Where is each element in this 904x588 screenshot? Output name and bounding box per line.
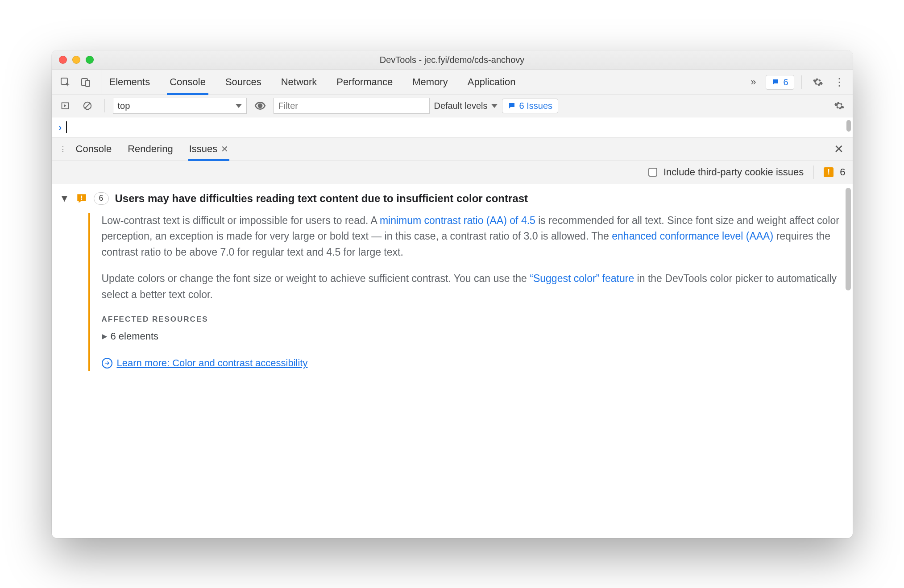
titlebar: DevTools - jec.fyi/demo/cds-anchovy: [52, 50, 853, 70]
link-min-contrast[interactable]: minimum contrast ratio (AA) of 4.5: [380, 215, 535, 226]
prompt-caret-icon: ›: [59, 122, 62, 133]
third-party-checkbox[interactable]: [648, 168, 657, 177]
disclosure-triangle-icon[interactable]: ▼: [60, 193, 70, 204]
scrollbar[interactable]: [846, 188, 851, 290]
drawer-tab-issues-label: Issues: [189, 143, 218, 155]
context-select[interactable]: top: [113, 98, 247, 114]
drawer-tab-console[interactable]: Console: [76, 138, 112, 161]
disclosure-triangle-icon: ▶: [102, 331, 107, 342]
kebab-menu-icon[interactable]: ⋮: [830, 73, 848, 91]
tab-elements[interactable]: Elements: [108, 70, 152, 95]
maximize-window-button[interactable]: [86, 56, 94, 64]
text-cursor: [66, 121, 67, 133]
issue-title: Users may have difficulties reading text…: [115, 192, 528, 205]
window-title: DevTools - jec.fyi/demo/cds-anchovy: [52, 55, 853, 65]
issue-text: Low-contrast text is difficult or imposs…: [102, 215, 380, 226]
issues-badge-count: 6: [783, 77, 788, 87]
learn-more-link[interactable]: Learn more: Color and contrast accessibi…: [117, 356, 308, 371]
issues-panel: ▼ 6 Users may have difficulties reading …: [52, 184, 853, 538]
scrollbar[interactable]: [846, 120, 851, 132]
more-tabs-icon[interactable]: »: [744, 73, 762, 91]
close-window-button[interactable]: [59, 56, 67, 64]
svg-rect-7: [81, 195, 82, 199]
console-toolbar: top Default levels 6 Issues: [52, 95, 853, 117]
devtools-window: DevTools - jec.fyi/demo/cds-anchovy: [52, 50, 853, 538]
svg-rect-8: [81, 199, 82, 200]
link-suggest-color[interactable]: “Suggest color” feature: [530, 273, 634, 284]
external-link-icon: [102, 358, 112, 369]
inspect-element-icon[interactable]: [56, 73, 74, 91]
tab-performance[interactable]: Performance: [335, 70, 394, 95]
tab-memory[interactable]: Memory: [411, 70, 449, 95]
svg-point-6: [257, 104, 262, 108]
console-settings-gear-icon[interactable]: [830, 97, 848, 115]
console-issues-link[interactable]: 6 Issues: [502, 99, 558, 113]
device-toggle-icon[interactable]: [77, 73, 95, 91]
issue-item: ▼ 6 Users may have difficulties reading …: [52, 184, 853, 383]
warning-speech-icon: [76, 193, 87, 204]
drawer-kebab-icon[interactable]: ⋮: [56, 138, 70, 161]
console-issues-text: 6 Issues: [519, 101, 552, 111]
third-party-checkbox-label: Include third-party cookie issues: [663, 166, 804, 178]
svg-rect-2: [86, 80, 90, 87]
chat-icon: [508, 102, 516, 110]
chat-icon: [771, 78, 780, 86]
clear-console-icon[interactable]: [79, 97, 96, 115]
minimize-window-button[interactable]: [72, 56, 80, 64]
close-drawer-icon[interactable]: ✕: [829, 138, 848, 161]
affected-resources-heading: AFFECTED RESOURCES: [102, 314, 840, 325]
chevron-down-icon: [236, 104, 242, 108]
affected-elements-text: 6 elements: [111, 329, 159, 344]
toggle-sidebar-icon[interactable]: [56, 97, 74, 115]
svg-line-5: [85, 104, 90, 108]
tab-sources[interactable]: Sources: [224, 70, 263, 95]
settings-gear-icon[interactable]: [809, 73, 827, 91]
drawer-tabs: ⋮ Console Rendering Issues ✕ ✕: [52, 138, 853, 161]
issue-header[interactable]: ▼ 6 Users may have difficulties reading …: [60, 192, 840, 205]
console-prompt[interactable]: ›: [52, 117, 853, 138]
main-tabs: Elements Console Sources Network Perform…: [52, 70, 853, 95]
issues-toolbar: Include third-party cookie issues 6: [52, 161, 853, 184]
link-enhanced-conformance[interactable]: enhanced conformance level (AAA): [612, 230, 773, 242]
tab-application[interactable]: Application: [466, 70, 518, 95]
log-levels-label: Default levels: [434, 101, 488, 111]
affected-elements-row[interactable]: ▶ 6 elements: [102, 329, 840, 344]
live-expression-icon[interactable]: [251, 97, 269, 115]
drawer-tab-issues[interactable]: Issues ✕: [189, 138, 229, 161]
issues-badge[interactable]: 6: [766, 75, 794, 90]
issue-details: Low-contrast text is difficult or imposs…: [88, 213, 840, 371]
warning-icon: [824, 167, 834, 177]
tab-console[interactable]: Console: [168, 70, 207, 95]
issue-text: Update colors or change the font size or…: [102, 273, 530, 284]
tab-network[interactable]: Network: [279, 70, 319, 95]
filter-input[interactable]: [274, 98, 430, 114]
log-levels-select[interactable]: Default levels: [434, 101, 498, 111]
close-tab-icon[interactable]: ✕: [221, 144, 228, 154]
context-select-value: top: [118, 101, 130, 111]
chevron-down-icon: [491, 104, 498, 108]
drawer-tab-rendering[interactable]: Rendering: [128, 138, 173, 161]
issue-count-pill: 6: [94, 192, 109, 205]
issues-total-count: 6: [840, 166, 845, 178]
